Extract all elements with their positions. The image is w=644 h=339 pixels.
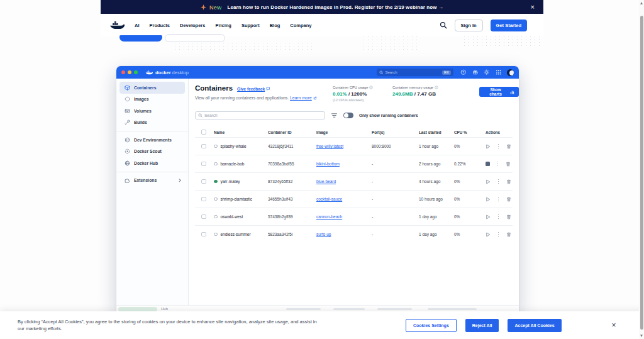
row-checkbox[interactable] — [201, 144, 206, 149]
sidebar-item-volumes[interactable]: Volumes — [119, 105, 185, 117]
sidebar-item-docker-hub[interactable]: Docker Hub — [119, 157, 185, 169]
sidebar-item-images[interactable]: Images — [119, 94, 185, 106]
row-checkbox[interactable] — [201, 214, 206, 220]
cookies-settings-button[interactable]: Cookies Settings — [406, 319, 457, 332]
container-last-started: 1 day ago — [419, 214, 454, 219]
apps-grid-icon[interactable] — [496, 69, 502, 75]
status-dot — [214, 233, 218, 236]
running-only-toggle[interactable] — [343, 113, 353, 118]
container-name-cell: shrimp-clamtastic — [214, 197, 268, 201]
more-options-icon[interactable] — [498, 197, 499, 201]
trash-icon[interactable] — [506, 197, 511, 202]
container-search-input[interactable] — [204, 113, 322, 118]
table-header: NameContainer IDImagePort(s)Last started… — [195, 127, 513, 137]
docker-logo-icon[interactable] — [109, 20, 125, 31]
sidebar-item-label: Containers — [134, 86, 157, 90]
row-actions — [486, 162, 513, 167]
container-last-started: 1 hour ago — [419, 144, 454, 148]
row-checkbox[interactable] — [201, 162, 206, 167]
trash-icon[interactable] — [506, 179, 511, 184]
container-name: endless-summer — [221, 232, 251, 236]
scrollbar-down-arrow[interactable] — [640, 335, 643, 337]
image-link[interactable]: bikini-bottom — [316, 162, 340, 166]
container-ports: 8000:8000 — [372, 144, 419, 148]
trash-icon[interactable] — [506, 144, 511, 149]
container-ports: - — [372, 232, 419, 236]
info-icon[interactable] — [369, 86, 373, 89]
traffic-light-close[interactable] — [121, 70, 125, 74]
more-options-icon[interactable] — [498, 232, 499, 236]
play-icon[interactable] — [486, 179, 491, 184]
scrollbar-up-arrow[interactable] — [640, 2, 643, 4]
containers-main: Containers Give feedback View all your r… — [189, 79, 519, 311]
row-checkbox[interactable] — [201, 179, 206, 184]
user-avatar[interactable] — [507, 69, 514, 76]
search-icon[interactable] — [440, 21, 447, 29]
more-options-icon[interactable] — [498, 144, 499, 148]
nav-item-ai[interactable]: AI — [135, 23, 140, 28]
whats-new-gift-icon[interactable] — [472, 69, 479, 75]
play-icon[interactable] — [486, 232, 491, 237]
nav-item-company[interactable]: Company — [290, 23, 311, 28]
image-link[interactable]: cannon-beach — [316, 214, 342, 219]
scrollbar-thumb[interactable] — [640, 16, 643, 330]
nav-item-products[interactable]: Products — [150, 23, 170, 28]
learn-more-link[interactable]: Learn more — [290, 96, 312, 100]
table-row: oswald-west57438h2gff89cannon-beach-1 da… — [195, 208, 513, 225]
announcement-close-icon[interactable]: × — [531, 4, 535, 11]
show-charts-button[interactable]: Show charts — [479, 87, 519, 97]
sidebar-item-dev-environments[interactable]: Dev Environments — [119, 134, 185, 146]
select-all-checkbox[interactable] — [201, 130, 206, 135]
sign-in-button[interactable]: Sign In — [455, 19, 483, 31]
settings-gear-icon[interactable] — [484, 69, 490, 75]
main-nav: AIProductsDevelopersPricingSupportBlogCo… — [101, 14, 543, 36]
memory-usage-stat: Container memory usage 249.6MB / 7.47 GB — [392, 86, 438, 97]
reject-all-button[interactable]: Reject All — [465, 319, 499, 332]
container-id: 34655h3uif43 — [268, 197, 316, 201]
play-icon[interactable] — [486, 197, 491, 202]
image-link[interactable]: cocktail-sauce — [316, 197, 342, 201]
trash-icon[interactable] — [506, 162, 511, 167]
hero-tab-pill-active[interactable] — [119, 35, 162, 42]
image-link[interactable]: free-willy:latest — [316, 144, 343, 148]
titlebar-icons: ? — [460, 69, 514, 76]
sidebar-item-containers[interactable]: Containers — [119, 82, 185, 94]
row-checkbox[interactable] — [201, 197, 206, 202]
filter-icon[interactable] — [331, 113, 338, 118]
image-link[interactable]: blue-beard — [316, 179, 336, 184]
sidebar-item-extensions[interactable]: Extensions — [119, 175, 185, 187]
traffic-light-minimize[interactable] — [128, 70, 131, 74]
announcement-message[interactable]: Learn how to run Docker Hardened Images … — [227, 4, 443, 10]
filter-row: Only show running containers — [195, 111, 513, 119]
cpu-limit: / 1200% — [348, 91, 367, 97]
traffic-light-maximize[interactable] — [134, 70, 138, 74]
give-feedback-link[interactable]: Give feedback — [237, 87, 270, 91]
trash-icon[interactable] — [506, 214, 511, 220]
nav-item-blog[interactable]: Blog — [270, 23, 280, 28]
sidebar-item-builds[interactable]: Builds — [119, 117, 185, 129]
global-search-input[interactable]: Search ⌘K — [377, 69, 453, 76]
trash-icon[interactable] — [506, 232, 511, 237]
sidebar-item-docker-scout[interactable]: Docker Scout — [119, 146, 185, 158]
image-link[interactable]: surfs-up — [316, 232, 331, 236]
more-options-icon[interactable] — [497, 162, 498, 166]
help-icon[interactable]: ? — [460, 69, 467, 75]
get-started-button[interactable]: Get Started — [491, 19, 527, 31]
nav-item-pricing[interactable]: Pricing — [215, 23, 231, 28]
accept-all-cookies-button[interactable]: Accept All Cookies — [508, 319, 561, 332]
docker-hub-icon — [125, 160, 130, 166]
row-actions — [486, 232, 513, 237]
row-checkbox[interactable] — [201, 232, 206, 237]
cookie-close-icon[interactable]: × — [612, 321, 616, 329]
sidebar-item-label: Docker Hub — [134, 161, 158, 165]
cpu-note: (12 CPUs allocated) — [333, 98, 373, 102]
app-title-desktop: desktop — [172, 70, 189, 75]
play-icon[interactable] — [486, 214, 491, 220]
nav-item-support[interactable]: Support — [242, 23, 260, 28]
play-icon[interactable] — [486, 144, 491, 149]
info-icon[interactable] — [435, 86, 438, 89]
more-options-icon[interactable] — [498, 214, 499, 219]
stop-icon[interactable] — [486, 162, 490, 166]
more-options-icon[interactable] — [498, 179, 499, 184]
nav-item-developers[interactable]: Developers — [180, 23, 205, 28]
